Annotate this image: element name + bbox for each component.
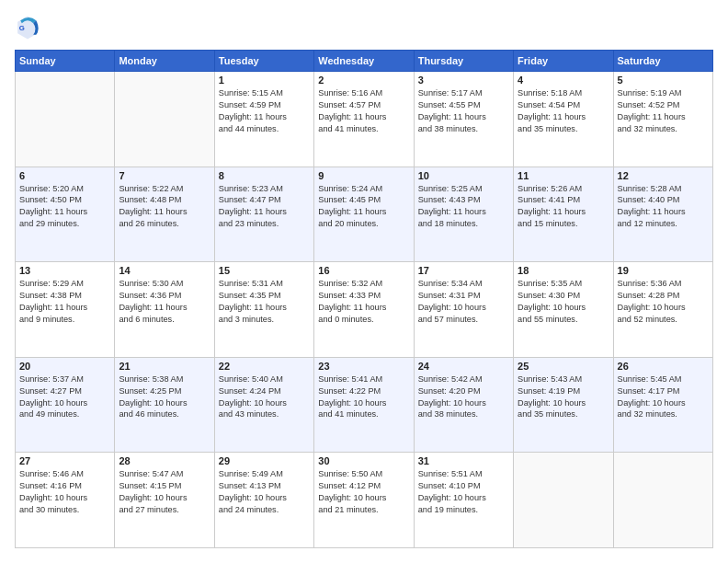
calendar-cell — [16, 72, 115, 167]
page: G SundayMondayTuesdayWednesdayThursdayFr… — [0, 0, 728, 563]
day-number: 9 — [318, 170, 409, 181]
calendar-cell — [613, 453, 712, 548]
day-number: 17 — [418, 265, 509, 276]
calendar-week-row: 1Sunrise: 5:15 AM Sunset: 4:59 PM Daylig… — [16, 72, 713, 167]
calendar-header-sunday: Sunday — [16, 51, 115, 72]
day-number: 23 — [318, 361, 409, 372]
day-number: 7 — [119, 170, 210, 181]
day-number: 4 — [518, 75, 609, 86]
calendar-header-saturday: Saturday — [613, 51, 712, 72]
calendar-cell: 31Sunrise: 5:51 AM Sunset: 4:10 PM Dayli… — [414, 453, 513, 548]
day-number: 14 — [119, 265, 210, 276]
calendar-header-row: SundayMondayTuesdayWednesdayThursdayFrid… — [16, 51, 713, 72]
day-number: 20 — [19, 361, 110, 372]
day-number: 24 — [418, 361, 509, 372]
day-number: 30 — [318, 455, 409, 466]
calendar-header-tuesday: Tuesday — [214, 51, 313, 72]
calendar-cell: 26Sunrise: 5:45 AM Sunset: 4:17 PM Dayli… — [613, 357, 712, 453]
day-info: Sunrise: 5:46 AM Sunset: 4:16 PM Dayligh… — [19, 468, 110, 516]
calendar-cell: 1Sunrise: 5:15 AM Sunset: 4:59 PM Daylig… — [214, 72, 313, 167]
calendar-cell: 22Sunrise: 5:40 AM Sunset: 4:24 PM Dayli… — [214, 357, 313, 453]
day-info: Sunrise: 5:35 AM Sunset: 4:30 PM Dayligh… — [518, 278, 609, 326]
calendar-cell: 14Sunrise: 5:30 AM Sunset: 4:36 PM Dayli… — [115, 262, 214, 358]
calendar-cell: 18Sunrise: 5:35 AM Sunset: 4:30 PM Dayli… — [514, 262, 613, 358]
calendar-cell: 28Sunrise: 5:47 AM Sunset: 4:15 PM Dayli… — [115, 453, 214, 548]
svg-text:G: G — [19, 24, 25, 32]
calendar-week-row: 27Sunrise: 5:46 AM Sunset: 4:16 PM Dayli… — [16, 453, 713, 548]
day-info: Sunrise: 5:51 AM Sunset: 4:10 PM Dayligh… — [418, 468, 509, 516]
calendar-cell: 7Sunrise: 5:22 AM Sunset: 4:48 PM Daylig… — [115, 167, 214, 262]
calendar-cell: 29Sunrise: 5:49 AM Sunset: 4:13 PM Dayli… — [214, 453, 313, 548]
day-info: Sunrise: 5:37 AM Sunset: 4:27 PM Dayligh… — [19, 373, 110, 421]
calendar-header-wednesday: Wednesday — [314, 51, 414, 72]
day-info: Sunrise: 5:29 AM Sunset: 4:38 PM Dayligh… — [19, 278, 110, 326]
day-info: Sunrise: 5:42 AM Sunset: 4:20 PM Dayligh… — [418, 373, 509, 421]
logo-icon: G — [15, 15, 40, 40]
calendar-header-thursday: Thursday — [414, 51, 513, 72]
calendar-cell: 23Sunrise: 5:41 AM Sunset: 4:22 PM Dayli… — [314, 357, 414, 453]
day-number: 28 — [119, 455, 210, 466]
calendar-cell: 17Sunrise: 5:34 AM Sunset: 4:31 PM Dayli… — [414, 262, 513, 358]
day-info: Sunrise: 5:43 AM Sunset: 4:19 PM Dayligh… — [518, 373, 609, 421]
calendar-table: SundayMondayTuesdayWednesdayThursdayFrid… — [15, 50, 713, 548]
day-number: 21 — [119, 361, 210, 372]
day-info: Sunrise: 5:19 AM Sunset: 4:52 PM Dayligh… — [618, 87, 709, 135]
day-number: 10 — [418, 170, 509, 181]
calendar-week-row: 13Sunrise: 5:29 AM Sunset: 4:38 PM Dayli… — [16, 262, 713, 358]
day-info: Sunrise: 5:45 AM Sunset: 4:17 PM Dayligh… — [618, 373, 709, 421]
day-number: 25 — [518, 361, 609, 372]
calendar-week-row: 20Sunrise: 5:37 AM Sunset: 4:27 PM Dayli… — [16, 357, 713, 453]
calendar-cell: 30Sunrise: 5:50 AM Sunset: 4:12 PM Dayli… — [314, 453, 414, 548]
calendar-cell: 27Sunrise: 5:46 AM Sunset: 4:16 PM Dayli… — [16, 453, 115, 548]
calendar-cell: 12Sunrise: 5:28 AM Sunset: 4:40 PM Dayli… — [613, 167, 712, 262]
calendar-cell: 8Sunrise: 5:23 AM Sunset: 4:47 PM Daylig… — [214, 167, 313, 262]
day-info: Sunrise: 5:50 AM Sunset: 4:12 PM Dayligh… — [318, 468, 409, 516]
day-info: Sunrise: 5:22 AM Sunset: 4:48 PM Dayligh… — [119, 183, 210, 231]
day-number: 11 — [518, 170, 609, 181]
day-info: Sunrise: 5:24 AM Sunset: 4:45 PM Dayligh… — [318, 183, 409, 231]
calendar-cell: 4Sunrise: 5:18 AM Sunset: 4:54 PM Daylig… — [514, 72, 613, 167]
day-number: 19 — [618, 265, 709, 276]
day-number: 6 — [19, 170, 110, 181]
calendar-cell: 2Sunrise: 5:16 AM Sunset: 4:57 PM Daylig… — [314, 72, 414, 167]
calendar-cell: 21Sunrise: 5:38 AM Sunset: 4:25 PM Dayli… — [115, 357, 214, 453]
day-info: Sunrise: 5:32 AM Sunset: 4:33 PM Dayligh… — [318, 278, 409, 326]
calendar-cell — [514, 453, 613, 548]
calendar-cell: 15Sunrise: 5:31 AM Sunset: 4:35 PM Dayli… — [214, 262, 313, 358]
day-number: 2 — [318, 75, 409, 86]
day-number: 8 — [219, 170, 310, 181]
calendar-cell: 13Sunrise: 5:29 AM Sunset: 4:38 PM Dayli… — [16, 262, 115, 358]
day-info: Sunrise: 5:40 AM Sunset: 4:24 PM Dayligh… — [219, 373, 310, 421]
day-number: 29 — [219, 455, 310, 466]
day-info: Sunrise: 5:31 AM Sunset: 4:35 PM Dayligh… — [219, 278, 310, 326]
day-info: Sunrise: 5:17 AM Sunset: 4:55 PM Dayligh… — [418, 87, 509, 135]
header: G — [15, 15, 713, 40]
calendar-cell: 11Sunrise: 5:26 AM Sunset: 4:41 PM Dayli… — [514, 167, 613, 262]
day-info: Sunrise: 5:36 AM Sunset: 4:28 PM Dayligh… — [618, 278, 709, 326]
day-info: Sunrise: 5:23 AM Sunset: 4:47 PM Dayligh… — [219, 183, 310, 231]
day-info: Sunrise: 5:16 AM Sunset: 4:57 PM Dayligh… — [318, 87, 409, 135]
day-number: 1 — [219, 75, 310, 86]
calendar-header-monday: Monday — [115, 51, 214, 72]
day-number: 13 — [19, 265, 110, 276]
day-info: Sunrise: 5:30 AM Sunset: 4:36 PM Dayligh… — [119, 278, 210, 326]
day-number: 22 — [219, 361, 310, 372]
calendar-cell — [115, 72, 214, 167]
calendar-cell: 19Sunrise: 5:36 AM Sunset: 4:28 PM Dayli… — [613, 262, 712, 358]
calendar-header-friday: Friday — [514, 51, 613, 72]
day-number: 15 — [219, 265, 310, 276]
calendar-cell: 5Sunrise: 5:19 AM Sunset: 4:52 PM Daylig… — [613, 72, 712, 167]
calendar-cell: 25Sunrise: 5:43 AM Sunset: 4:19 PM Dayli… — [514, 357, 613, 453]
day-info: Sunrise: 5:49 AM Sunset: 4:13 PM Dayligh… — [219, 468, 310, 516]
day-info: Sunrise: 5:47 AM Sunset: 4:15 PM Dayligh… — [119, 468, 210, 516]
day-number: 31 — [418, 455, 509, 466]
calendar-cell: 16Sunrise: 5:32 AM Sunset: 4:33 PM Dayli… — [314, 262, 414, 358]
calendar-cell: 10Sunrise: 5:25 AM Sunset: 4:43 PM Dayli… — [414, 167, 513, 262]
day-info: Sunrise: 5:38 AM Sunset: 4:25 PM Dayligh… — [119, 373, 210, 421]
calendar-cell: 9Sunrise: 5:24 AM Sunset: 4:45 PM Daylig… — [314, 167, 414, 262]
calendar-cell: 24Sunrise: 5:42 AM Sunset: 4:20 PM Dayli… — [414, 357, 513, 453]
day-number: 16 — [318, 265, 409, 276]
day-info: Sunrise: 5:15 AM Sunset: 4:59 PM Dayligh… — [219, 87, 310, 135]
calendar-cell: 6Sunrise: 5:20 AM Sunset: 4:50 PM Daylig… — [16, 167, 115, 262]
day-info: Sunrise: 5:26 AM Sunset: 4:41 PM Dayligh… — [518, 183, 609, 231]
